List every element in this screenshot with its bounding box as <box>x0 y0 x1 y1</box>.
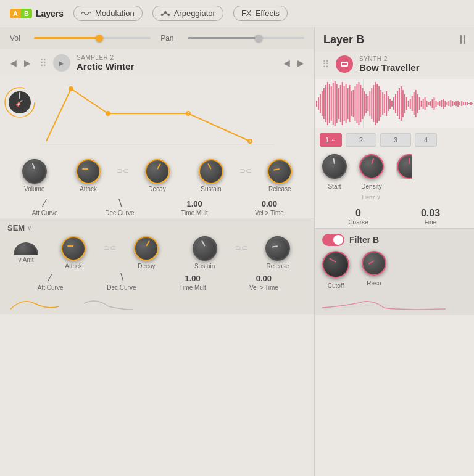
effects-button[interactable]: FX Effects <box>233 6 288 21</box>
segment-row: 1 ↔ 2 3 4 <box>315 131 474 149</box>
svg-rect-58 <box>393 97 394 110</box>
grid-icon[interactable]: ⠿ <box>40 57 47 69</box>
svg-rect-99 <box>468 103 470 104</box>
svg-rect-55 <box>388 96 389 111</box>
sem-attack-label: Attack <box>65 263 82 269</box>
sem-time-mult-value: 1.00 <box>185 274 200 283</box>
svg-rect-40 <box>360 85 361 122</box>
sem-time-mult-item: 1.00 Time Mult <box>157 274 228 291</box>
next-instrument-button[interactable]: ▶ <box>22 57 33 69</box>
svg-rect-69 <box>414 92 415 115</box>
att-curve-item: ∕ Att Curve <box>7 199 82 216</box>
right-panel: Layer B ⠿ SYNTH 2 Bow Traveller <box>315 27 474 476</box>
sem-attack-knob[interactable] <box>61 236 86 261</box>
sem-chevron-icon[interactable]: ∨ <box>27 224 31 231</box>
play-button[interactable] <box>53 54 70 72</box>
vel-time-item: 0.00 Vel > Time <box>232 199 307 216</box>
prev-instrument-button[interactable]: ◀ <box>7 57 19 69</box>
synth-instrument-type: SYNTH 2 <box>359 55 467 62</box>
sem-section: SEM ∨ v Amt Attack ⊃⊂ <box>0 218 314 314</box>
svg-rect-92 <box>455 101 457 106</box>
sem-sustain-release-link-icon: ⊃⊂ <box>235 244 247 262</box>
pan-label: Pan <box>160 34 173 43</box>
volume-indicator <box>31 163 35 169</box>
svg-rect-25 <box>333 83 334 125</box>
reso-indicator <box>368 260 375 265</box>
sem-dec-curve-item: ∖ Dec Curve <box>86 273 157 291</box>
sustain-knob[interactable] <box>199 159 223 184</box>
start-knob-label: Start <box>328 183 341 190</box>
filter-b-toggle[interactable] <box>322 234 344 246</box>
arpeggiator-button[interactable]: Arpeggiator <box>152 6 223 21</box>
svg-rect-95 <box>461 101 462 106</box>
density-sub-label[interactable]: Hertz ∨ <box>362 194 381 200</box>
svg-rect-84 <box>441 100 442 107</box>
pan-thumb <box>255 35 262 42</box>
dec-curve-label: Dec Curve <box>105 210 134 216</box>
layers-button[interactable]: A B Layers <box>10 9 64 18</box>
cutoff-knob[interactable] <box>322 251 349 278</box>
waveform-icon <box>81 10 91 17</box>
vel-time-label: Vel > Time <box>255 210 284 216</box>
start-knob[interactable] <box>322 154 347 179</box>
segment-4-button[interactable]: 4 <box>415 133 437 147</box>
volume-knob-svg[interactable]: 🎸 <box>3 86 37 120</box>
svg-rect-68 <box>412 96 413 111</box>
svg-rect-31 <box>344 86 345 121</box>
svg-rect-26 <box>335 81 336 126</box>
svg-rect-82 <box>437 102 438 105</box>
sem-dec-curve-label: Dec Curve <box>107 284 136 291</box>
segment-1-button[interactable]: 1 ↔ <box>320 133 342 147</box>
sem-decay-label: Decay <box>138 263 155 269</box>
density-knob-indicator <box>371 158 374 164</box>
a-badge: A <box>10 9 21 18</box>
partial-knob[interactable] <box>397 154 412 179</box>
waveform-container[interactable] <box>315 79 474 128</box>
svg-point-10 <box>69 86 73 91</box>
segment-2-button[interactable]: 2 <box>346 133 376 147</box>
sem-env-knob-half[interactable] <box>14 242 38 255</box>
svg-rect-18 <box>320 94 321 113</box>
filter-curve-preview <box>322 295 467 310</box>
sem-decay-knob[interactable] <box>134 236 159 261</box>
sem-header: SEM ∨ <box>7 223 307 232</box>
sem-curve-preview2 <box>84 297 133 310</box>
prev-sampler-button[interactable]: ◀ <box>281 57 293 69</box>
svg-rect-16 <box>316 101 317 107</box>
release-knob[interactable] <box>267 159 292 184</box>
sem-sustain-knob[interactable] <box>193 236 217 261</box>
sem-release-knob[interactable] <box>265 236 290 261</box>
time-mult-label: Time Mult <box>181 210 208 216</box>
density-knob[interactable] <box>359 154 384 179</box>
vol-slider[interactable] <box>34 37 151 39</box>
svg-rect-100 <box>470 102 472 105</box>
svg-rect-20 <box>323 88 325 119</box>
sem-sustain-knob-item: Sustain <box>176 236 234 269</box>
svg-rect-71 <box>417 94 418 113</box>
svg-rect-45 <box>369 91 370 116</box>
svg-rect-87 <box>446 102 447 105</box>
next-sampler-button[interactable]: ▶ <box>295 57 307 69</box>
svg-rect-97 <box>465 102 466 105</box>
synth-icon-button[interactable] <box>336 55 353 73</box>
modulation-button[interactable]: Modulation <box>73 6 143 21</box>
reso-knob[interactable] <box>362 251 386 276</box>
svg-rect-77 <box>428 102 430 105</box>
svg-rect-17 <box>318 97 319 110</box>
synth-grid-icon[interactable]: ⠿ <box>322 59 330 70</box>
pan-slider[interactable] <box>188 37 304 39</box>
synth-instrument-info: SYNTH 2 Bow Traveller <box>359 55 467 73</box>
volume-knob-label: Volume <box>24 186 44 192</box>
svg-rect-38 <box>356 84 357 123</box>
pause-bar-1 <box>460 35 462 44</box>
pause-icon[interactable] <box>460 35 465 44</box>
svg-rect-47 <box>373 85 374 122</box>
attack-knob[interactable] <box>76 159 101 184</box>
volume-knob[interactable] <box>22 159 47 184</box>
svg-rect-43 <box>365 94 367 113</box>
segment-3-button[interactable]: 3 <box>380 133 411 147</box>
decay-knob[interactable] <box>145 159 170 184</box>
svg-rect-101 <box>472 103 473 104</box>
svg-line-3 <box>163 12 165 14</box>
fine-value: 0.03 <box>421 208 440 219</box>
